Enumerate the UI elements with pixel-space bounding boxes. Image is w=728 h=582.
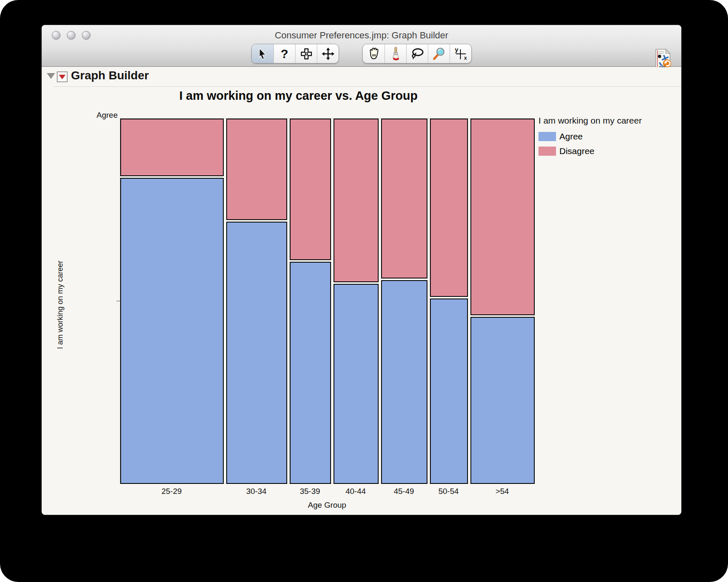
window-title: Consumer Preferences.jmp: Graph Builder	[42, 30, 681, 41]
tool-palette: ?	[42, 44, 681, 63]
outline-disclosure-triangle-icon[interactable]	[47, 73, 55, 79]
segment-agree[interactable]	[120, 178, 224, 484]
screenshot-canvas: Consumer Preferences.jmp: Graph Builder …	[0, 0, 728, 582]
question-mark-icon: ?	[281, 48, 288, 60]
segment-disagree[interactable]	[290, 119, 331, 260]
grabber-tool-button[interactable]	[363, 44, 384, 63]
mosaic-column-30-34[interactable]	[226, 119, 287, 483]
magnifier-tool-button[interactable]	[428, 44, 450, 63]
window-titlebar: Consumer Preferences.jmp: Graph Builder …	[42, 25, 681, 67]
arrow-tool-button[interactable]	[252, 44, 273, 63]
segment-disagree[interactable]	[381, 119, 427, 278]
segment-disagree[interactable]	[120, 119, 224, 176]
legend-label-agree: Agree	[559, 132, 583, 142]
segment-disagree[interactable]	[430, 119, 468, 297]
mosaic-column-35-39[interactable]	[290, 119, 331, 483]
legend-item-agree: Agree	[538, 132, 676, 142]
x-axis-tick-label: >54	[495, 487, 509, 496]
segment-agree[interactable]	[430, 299, 468, 484]
legend-title: I am working on my career	[538, 116, 676, 126]
x-axis-tick-label: 30-34	[246, 487, 267, 496]
segment-agree[interactable]	[226, 222, 287, 484]
legend-item-disagree: Disagree	[538, 146, 676, 156]
plus-cross-icon	[300, 48, 313, 60]
report-content: Graph Builder I am working on my career …	[42, 67, 681, 515]
cursor-tool-group: ?	[251, 44, 339, 63]
red-triangle-icon	[59, 75, 66, 79]
y-axis-tick-label: Agree	[83, 111, 118, 120]
mosaic-column-40-44[interactable]	[334, 119, 379, 483]
legend-label-disagree: Disagree	[559, 146, 594, 156]
x-axis-tick-label: 50-54	[438, 487, 459, 496]
mosaic-column-25-29[interactable]	[120, 119, 224, 483]
x-axis-tick-label: 45-49	[394, 487, 414, 496]
paintbrush-icon	[390, 47, 401, 61]
lasso-tool-button[interactable]	[406, 44, 428, 63]
x-axis-tick-label: 35-39	[300, 487, 320, 496]
legend-swatch-agree[interactable]	[538, 132, 556, 141]
brush-tool-button[interactable]	[295, 44, 317, 63]
panel-divider	[53, 86, 681, 87]
mosaic-column-45-49[interactable]	[381, 119, 427, 483]
segment-agree[interactable]	[290, 262, 331, 484]
segment-disagree[interactable]	[334, 119, 379, 282]
move-tool-button[interactable]	[317, 44, 339, 63]
x-axis-tick-labels: 25-2930-3435-3940-4445-4950-54>54	[120, 487, 534, 498]
paintbrush-tool-button[interactable]	[384, 44, 406, 63]
segment-agree[interactable]	[381, 280, 427, 484]
y-axis-title: I am working on my career	[56, 234, 65, 376]
x-axis-title: Age Group	[120, 501, 534, 510]
crosshair-axis-tool-button[interactable]: y x	[450, 44, 471, 63]
y-axis-tick-mark	[116, 301, 120, 301]
mosaic-column->54[interactable]	[470, 119, 535, 483]
mosaic-plot-area[interactable]	[120, 118, 534, 483]
x-axis-tick-label: 25-29	[162, 487, 182, 496]
move-arrows-icon	[322, 48, 334, 60]
mosaic-column-50-54[interactable]	[430, 119, 468, 483]
x-axis-tick-label: 40-44	[346, 487, 366, 496]
magnifier-icon	[432, 47, 446, 61]
panel-title: Graph Builder	[71, 69, 149, 82]
segment-agree[interactable]	[334, 284, 379, 484]
jmp-document-icon[interactable]: JMP	[652, 48, 673, 69]
segment-disagree[interactable]	[226, 119, 287, 220]
help-tool-button[interactable]: ?	[273, 44, 295, 63]
lasso-icon	[411, 48, 424, 60]
red-triangle-menu-button[interactable]	[57, 71, 68, 82]
crosshair-yx-icon: y x	[455, 48, 467, 60]
jmp-graph-builder-window: Consumer Preferences.jmp: Graph Builder …	[42, 25, 681, 515]
segment-disagree[interactable]	[470, 119, 535, 315]
cursor-arrow-icon	[257, 48, 268, 60]
legend: I am working on my career Agree Disagree	[538, 116, 676, 161]
legend-swatch-disagree[interactable]	[538, 147, 556, 156]
chart-title: I am working on my career vs. Age Group	[131, 89, 465, 103]
interaction-tool-group: y x	[362, 44, 472, 63]
hand-icon	[367, 47, 380, 61]
segment-agree[interactable]	[470, 317, 535, 484]
